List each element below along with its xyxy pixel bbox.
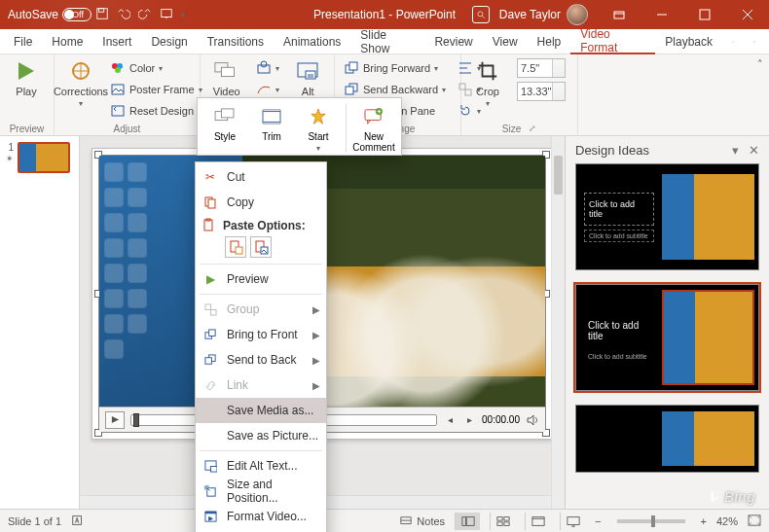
ctx-save-as-picture[interactable]: Save as Picture...	[196, 423, 326, 448]
ribbon-display-options[interactable]	[598, 0, 641, 29]
color-button[interactable]: Color▾	[107, 58, 205, 78]
pane-close-icon[interactable]: ✕	[749, 143, 759, 158]
tab-home[interactable]: Home	[42, 29, 92, 53]
bring-forward-button[interactable]: Bring Forward▾	[341, 58, 449, 78]
width-input[interactable]: 13.33"	[517, 82, 566, 101]
video-shape-button[interactable]: ▾	[253, 58, 282, 78]
slide-count: Slide 1 of 1	[8, 515, 61, 527]
svg-marker-34	[111, 416, 118, 423]
ctx-format-video[interactable]: Format Video...	[196, 504, 326, 529]
svg-rect-12	[112, 85, 124, 94]
undo-icon[interactable]	[117, 7, 130, 23]
video-style-gallery[interactable]: Style	[203, 104, 246, 153]
trim-button[interactable]: Trim	[250, 104, 293, 153]
comments-button[interactable]	[744, 29, 765, 53]
corrections-button[interactable]: Corrections▾	[60, 58, 101, 108]
slideshow-view-button[interactable]	[560, 513, 585, 530]
cut-icon: ✂	[201, 168, 219, 186]
design-idea-3[interactable]	[575, 405, 759, 473]
normal-view-button[interactable]	[455, 513, 480, 530]
tab-transitions[interactable]: Transitions	[198, 29, 274, 53]
tab-playback[interactable]: Playback	[655, 29, 722, 53]
ctx-save-media-as[interactable]: Save Media as...	[196, 398, 326, 423]
spellcheck-icon[interactable]	[71, 514, 85, 529]
height-input[interactable]: 7.5"	[517, 58, 566, 78]
notes-button[interactable]: Notes	[399, 515, 445, 527]
ribbon-tabs: File Home Insert Design Transitions Anim…	[0, 29, 769, 54]
redo-icon[interactable]	[138, 7, 152, 23]
slide-thumbnail-1[interactable]: 1 ✶	[4, 142, 75, 173]
ctx-bring-to-front[interactable]: Bring to Front▶	[196, 322, 326, 347]
maximize-button[interactable]	[683, 0, 726, 29]
tab-design[interactable]: Design	[141, 29, 197, 53]
slide-thumbnail-pane[interactable]: 1 ✶	[0, 136, 80, 509]
slide-sorter-view-button[interactable]	[490, 513, 515, 530]
ctx-send-to-back[interactable]: Send to Back▶	[196, 347, 326, 372]
media-play-button[interactable]	[105, 411, 125, 429]
tab-view[interactable]: View	[483, 29, 528, 53]
account-button[interactable]: Dave Taylor	[490, 4, 598, 25]
design-idea-2[interactable]: Click to add titleClick to add subtitle	[575, 284, 759, 391]
zoom-slider[interactable]	[617, 519, 685, 523]
start-from-beginning-icon[interactable]	[160, 7, 173, 23]
tab-help[interactable]: Help	[528, 29, 571, 53]
send-backward-button[interactable]: Send Backward▾	[341, 80, 449, 99]
paste-keep-formatting[interactable]	[225, 236, 246, 258]
paste-picture[interactable]	[250, 236, 272, 258]
svg-rect-31	[263, 112, 280, 123]
play-icon	[14, 58, 39, 84]
volume-icon[interactable]	[526, 413, 539, 427]
reset-design-button[interactable]: Reset Design▾	[107, 101, 205, 121]
animation-indicator-icon: ✶	[6, 154, 14, 163]
step-back-icon[interactable]: ◂	[443, 413, 457, 427]
tab-review[interactable]: Review	[424, 29, 482, 53]
pane-options-icon[interactable]: ▾	[732, 143, 739, 158]
svg-rect-1	[98, 8, 103, 12]
tab-video-format[interactable]: Video Format	[570, 29, 655, 54]
ctx-size-and-position[interactable]: Size and Position...	[196, 479, 326, 504]
video-border-button[interactable]: ▾	[253, 80, 282, 99]
svg-rect-58	[204, 357, 211, 364]
tab-animations[interactable]: Animations	[274, 29, 350, 53]
save-icon[interactable]	[95, 7, 109, 23]
share-button[interactable]	[722, 29, 744, 53]
reading-view-button[interactable]	[525, 513, 550, 530]
qat-more[interactable]: ▾	[181, 11, 185, 19]
play-button[interactable]: Play	[6, 58, 47, 97]
tab-file[interactable]: File	[4, 29, 42, 53]
alt-text-button[interactable]: Alt	[288, 58, 329, 97]
svg-rect-4	[614, 12, 624, 18]
new-comment-button[interactable]: New Comment	[352, 104, 395, 153]
design-idea-1[interactable]: Click to add titleClick to add subtitle	[575, 163, 759, 270]
zoom-out-button[interactable]: −	[595, 515, 601, 527]
ctx-group: Group▶	[196, 297, 326, 322]
poster-frame-button[interactable]: Poster Frame▾	[107, 80, 205, 99]
fit-to-window-button[interactable]	[748, 514, 761, 528]
ctx-copy[interactable]: Copy	[196, 190, 326, 215]
zoom-value[interactable]: 42%	[716, 515, 738, 527]
svg-rect-53	[204, 303, 210, 309]
close-button[interactable]	[726, 0, 769, 29]
autosave-toggle[interactable]: AutoSave Off	[8, 8, 84, 21]
canvas-scrollbar-v[interactable]	[551, 136, 565, 509]
minimize-button[interactable]	[641, 0, 683, 29]
tab-insert[interactable]: Insert	[92, 29, 141, 53]
step-forward-icon[interactable]: ▸	[462, 413, 476, 427]
crop-button[interactable]: Crop▾	[467, 58, 508, 108]
start-button[interactable]: Start▾	[297, 104, 340, 153]
svg-rect-16	[258, 65, 270, 73]
svg-rect-46	[208, 199, 215, 208]
ctx-cut[interactable]: ✂Cut	[196, 164, 326, 190]
reset-design-icon	[110, 103, 126, 119]
collapse-ribbon-icon[interactable]: ˄	[757, 58, 763, 71]
ctx-preview[interactable]: ▶Preview	[196, 266, 326, 292]
tab-slideshow[interactable]: Slide Show	[350, 29, 424, 53]
paste-icon	[201, 218, 215, 234]
tell-me-search[interactable]	[472, 6, 490, 23]
group-size: Size⤢	[467, 122, 571, 135]
ctx-edit-alt-text[interactable]: Edit Alt Text...	[196, 453, 326, 479]
size-launcher[interactable]: ⤢	[529, 124, 536, 133]
svg-marker-7	[18, 62, 34, 80]
poster-frame-icon	[110, 82, 126, 97]
zoom-in-button[interactable]: +	[701, 515, 707, 527]
